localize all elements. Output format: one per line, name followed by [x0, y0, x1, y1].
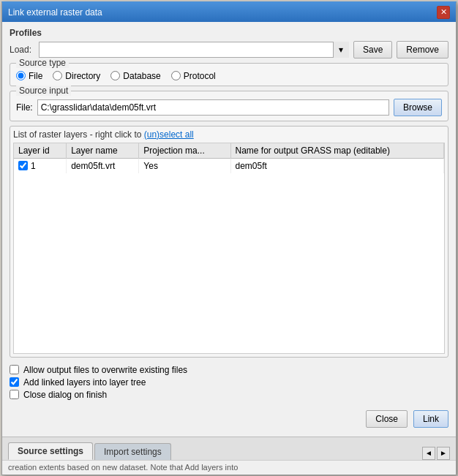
browse-button[interactable]: Browse: [394, 99, 442, 116]
close-on-finish-checkbox[interactable]: [10, 390, 19, 399]
tab-navigation: ◄ ►: [422, 447, 450, 460]
radio-protocol-input[interactable]: [171, 71, 181, 80]
col-projection-match: Projection ma...: [139, 143, 230, 159]
status-bar: creation extents based on new dataset. N…: [2, 460, 456, 475]
close-window-button[interactable]: ✕: [437, 6, 450, 19]
list-header: List of raster layers - right click to (…: [13, 129, 445, 140]
radio-directory[interactable]: Directory: [53, 71, 100, 81]
load-label: Load:: [10, 45, 31, 55]
raster-list-section: List of raster layers - right click to (…: [10, 126, 448, 358]
save-button[interactable]: Save: [353, 41, 392, 58]
profiles-title: Profiles: [10, 28, 448, 38]
radio-database-label: Database: [123, 71, 160, 81]
radio-directory-label: Directory: [65, 71, 100, 81]
layer-checkbox[interactable]: [18, 161, 28, 170]
cell-layer-id: 1: [14, 158, 67, 173]
radio-file-input[interactable]: [16, 71, 26, 80]
cell-layer-name: dem05ft.vrt: [67, 158, 139, 173]
cell-projection-match: Yes: [139, 158, 230, 173]
file-row: File: Browse: [16, 96, 442, 116]
layer-checkbox-cell: 1: [18, 161, 61, 171]
radio-protocol-label: Protocol: [184, 71, 216, 81]
tab-prev-button[interactable]: ◄: [422, 447, 435, 460]
load-select-wrapper: ▾: [39, 42, 349, 58]
source-input-group: Source input File: Browse: [10, 91, 448, 121]
action-row: Close Link: [10, 407, 448, 431]
tab-next-button[interactable]: ►: [437, 447, 450, 460]
file-label: File:: [16, 102, 33, 113]
add-linked-row[interactable]: Add linked layers into layer tree: [10, 377, 448, 388]
col-output-name: Name for output GRASS map (editable): [230, 143, 443, 159]
allow-overwrite-row[interactable]: Allow output files to overwrite existing…: [10, 365, 448, 375]
raster-table-container: Layer id Layer name Projection ma... Nam…: [13, 143, 445, 354]
close-on-finish-label: Close dialog on finish: [23, 390, 107, 400]
source-type-title: Source type: [16, 58, 69, 68]
unselect-all-link[interactable]: (un)select all: [144, 129, 194, 140]
close-button[interactable]: Close: [366, 410, 408, 428]
tab-bar: Source settings Import settings ◄ ►: [2, 437, 456, 460]
tab-import-settings-label: Import settings: [104, 447, 162, 457]
main-window: Link external raster data ✕ Profiles Loa…: [1, 1, 457, 475]
raster-table: Layer id Layer name Projection ma... Nam…: [14, 143, 444, 173]
title-bar: Link external raster data ✕: [2, 3, 456, 22]
allow-overwrite-checkbox[interactable]: [10, 365, 19, 374]
tab-source-settings[interactable]: Source settings: [8, 442, 93, 460]
main-content: Profiles Load: ▾ Save Remove Source type: [2, 22, 456, 437]
profiles-row: Load: ▾ Save Remove: [10, 41, 448, 58]
radio-file-label: File: [29, 71, 42, 81]
table-header-row: Layer id Layer name Projection ma... Nam…: [14, 143, 444, 159]
source-input-title: Source input: [16, 86, 71, 96]
file-path-input[interactable]: [37, 99, 389, 116]
tab-source-settings-label: Source settings: [18, 446, 83, 456]
radio-directory-input[interactable]: [53, 71, 62, 80]
status-text: creation extents based on new dataset. N…: [8, 463, 238, 472]
tab-import-settings[interactable]: Import settings: [94, 443, 171, 460]
add-linked-label: Add linked layers into layer tree: [23, 377, 146, 388]
load-select[interactable]: [39, 42, 349, 58]
radio-database-input[interactable]: [110, 71, 120, 80]
output-name-input[interactable]: [236, 161, 439, 171]
list-header-prefix: List of raster layers - right click to: [13, 129, 144, 140]
layer-id-value: 1: [31, 161, 36, 171]
link-button[interactable]: Link: [413, 410, 448, 428]
source-type-group: Source type File Directory Database Prot…: [10, 63, 448, 86]
remove-button[interactable]: Remove: [397, 41, 448, 58]
cell-output-name[interactable]: [230, 158, 443, 173]
radio-database[interactable]: Database: [110, 71, 160, 81]
table-row: 1 dem05ft.vrt Yes: [14, 158, 444, 173]
add-linked-checkbox[interactable]: [10, 377, 19, 387]
radio-file[interactable]: File: [16, 71, 42, 81]
col-layer-id: Layer id: [14, 143, 67, 159]
allow-overwrite-label: Allow output files to overwrite existing…: [23, 365, 187, 375]
bottom-checkboxes: Allow output files to overwrite existing…: [10, 362, 448, 403]
col-layer-name: Layer name: [67, 143, 139, 159]
close-on-finish-row[interactable]: Close dialog on finish: [10, 390, 448, 400]
source-type-radio-row: File Directory Database Protocol: [16, 68, 442, 81]
profiles-section: Profiles Load: ▾ Save Remove: [10, 28, 448, 58]
window-title: Link external raster data: [8, 7, 102, 18]
radio-protocol[interactable]: Protocol: [171, 71, 216, 81]
